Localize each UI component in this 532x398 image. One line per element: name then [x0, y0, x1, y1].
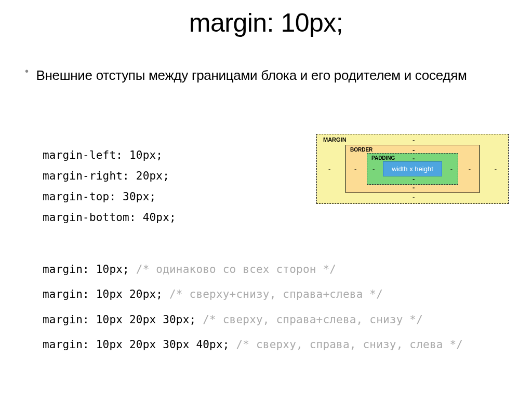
dash-icon: - [413, 184, 415, 191]
page-title: margin: 10px; [0, 0, 532, 38]
code-text: margin: 10px; [43, 263, 129, 276]
dash-icon: - [413, 175, 415, 183]
description-row: • Внешние отступы между границами блока … [0, 66, 532, 85]
code-comment: /* одинаково со всех сторон */ [136, 263, 336, 276]
code-comment: /* сверху, справа+слева, снизу */ [203, 313, 423, 326]
longhand-code: margin-left: 10px; margin-right: 20px; m… [43, 145, 176, 228]
code-text: margin: 10px 20px; [43, 288, 163, 300]
code-line: margin-bottom: 40px; [43, 208, 176, 228]
dash-icon: - [413, 136, 415, 144]
code-comment: /* сверху+снизу, справа+слева */ [169, 288, 383, 300]
code-line: margin: 10px 20px; /* сверху+снизу, спра… [43, 282, 463, 307]
dash-icon: - [495, 165, 497, 173]
dash-icon: - [413, 194, 415, 201]
dash-icon: - [328, 165, 330, 173]
padding-label: padding [371, 155, 395, 161]
dash-icon: - [450, 165, 453, 173]
box-model-diagram: margin - - - - border - - - - padding - … [316, 134, 509, 204]
description-text: Внешние отступы между границами блока и … [36, 66, 467, 85]
code-text: margin: 10px 20px 30px; [43, 313, 196, 326]
code-text: margin: 10px 20px 30px 40px; [43, 338, 230, 351]
code-comment: /* сверху, справа, снизу, слева */ [236, 338, 463, 351]
shorthand-code: margin: 10px; /* одинаково со всех сторо… [43, 257, 463, 357]
border-layer: border - - - - padding - - - - width x h… [345, 145, 480, 193]
bullet-icon: • [25, 65, 29, 77]
dash-icon: - [373, 165, 375, 173]
code-line: margin: 10px 20px 30px; /* сверху, справ… [43, 307, 463, 332]
padding-layer: padding - - - - width x height [367, 153, 458, 185]
code-line: margin-top: 30px; [43, 187, 176, 208]
margin-label: margin [323, 136, 347, 143]
dash-icon: - [354, 165, 356, 173]
code-line: margin: 10px; /* одинаково со всех сторо… [43, 257, 463, 282]
code-line: margin-left: 10px; [43, 145, 176, 166]
border-label: border [350, 147, 373, 153]
content-layer: width x height [383, 161, 442, 176]
dash-icon: - [469, 165, 471, 173]
code-line: margin-right: 20px; [43, 166, 176, 187]
dash-icon: - [413, 155, 415, 162]
margin-layer: margin - - - - border - - - - padding - … [316, 134, 509, 204]
code-line: margin: 10px 20px 30px 40px; /* сверху, … [43, 332, 463, 357]
